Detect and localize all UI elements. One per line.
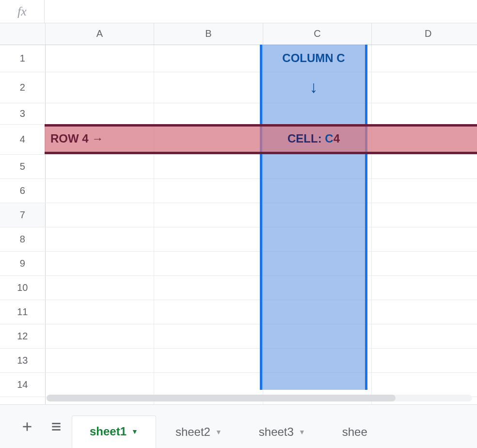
cell-b1[interactable] [154,45,263,72]
all-sheets-button[interactable] [43,413,70,440]
sheet-tab-bar: sheet1 ▼ sheet2 ▼ sheet3 ▼ shee [0,404,477,448]
cell-d14[interactable] [372,372,477,397]
cell-a12[interactable] [45,324,154,348]
cell-d9[interactable] [372,251,477,275]
row-header-14[interactable]: 14 [0,372,45,397]
horizontal-scrollbar-thumb[interactable] [47,395,396,401]
cell-c2[interactable] [263,72,372,103]
row-header-8[interactable]: 8 [0,227,45,251]
cell-d4[interactable] [372,124,477,154]
cell-d12[interactable] [372,324,477,348]
horizontal-scrollbar[interactable] [47,395,472,401]
row-header-12[interactable]: 12 [0,324,45,348]
cell-c7[interactable] [263,203,372,227]
cell-a8[interactable] [45,227,154,251]
cell-b10[interactable] [154,275,263,300]
cell-a13[interactable] [45,348,154,372]
sheet-tab-label: sheet2 [175,425,210,439]
add-sheet-button[interactable] [14,413,41,440]
cell-b2[interactable] [154,72,263,103]
sheet-tab-label: shee [342,425,367,439]
cell-d13[interactable] [372,348,477,372]
caret-down-icon[interactable]: ▼ [299,428,305,436]
cell-a2[interactable] [45,72,154,103]
cell-b14[interactable] [154,372,263,397]
cell-c1[interactable] [263,45,372,72]
cell-b8[interactable] [154,227,263,251]
row-header-5[interactable]: 5 [0,154,45,178]
cell-d10[interactable] [372,275,477,300]
caret-down-icon[interactable]: ▼ [131,428,138,435]
row-header-15[interactable] [0,397,45,404]
cell-c12[interactable] [263,324,372,348]
cell-a7[interactable] [45,203,154,227]
sheet-tab-2[interactable]: sheet2 ▼ [158,416,239,448]
row-header-11[interactable]: 11 [0,300,45,324]
cell-b4[interactable] [154,124,263,154]
row-header-7[interactable]: 7 [0,203,45,227]
sheet-tab-4[interactable]: shee [325,416,367,448]
sheet-tab-label: sheet1 [90,425,127,438]
row-header-6[interactable]: 6 [0,178,45,203]
column-header-b[interactable]: B [154,23,263,45]
spreadsheet-grid[interactable]: A B C D 1 2 3 4 [0,23,477,404]
row-header-10[interactable]: 10 [0,275,45,300]
cell-b7[interactable] [154,203,263,227]
sheet-tab-label: sheet3 [259,425,294,439]
row-header-4[interactable]: 4 [0,124,45,154]
cell-d3[interactable] [372,103,477,124]
sheet-tab-1[interactable]: sheet1 ▼ [72,416,156,448]
column-header-c[interactable]: C [263,23,372,45]
cell-d2[interactable] [372,72,477,103]
sheet-tab-3[interactable]: sheet3 ▼ [241,416,323,448]
cell-c11[interactable] [263,300,372,324]
cell-d5[interactable] [372,154,477,178]
cell-d6[interactable] [372,178,477,203]
fx-icon: fx [0,0,45,23]
cell-b5[interactable] [154,154,263,178]
cell-c8[interactable] [263,227,372,251]
column-header-d[interactable]: D [372,23,477,45]
cell-a9[interactable] [45,251,154,275]
cell-c9[interactable] [263,251,372,275]
cell-c6[interactable] [263,178,372,203]
row-header-1[interactable]: 1 [0,45,45,72]
select-all-corner[interactable] [0,23,45,45]
cell-b3[interactable] [154,103,263,124]
row-header-2[interactable]: 2 [0,72,45,103]
row-header-9[interactable]: 9 [0,251,45,275]
cell-d8[interactable] [372,227,477,251]
cell-b6[interactable] [154,178,263,203]
cell-a1[interactable] [45,45,154,72]
cell-b11[interactable] [154,300,263,324]
cell-a14[interactable] [45,372,154,397]
cell-a3[interactable] [45,103,154,124]
cell-c3[interactable] [263,103,372,124]
formula-input[interactable] [45,0,477,23]
formula-bar: fx [0,0,477,23]
cell-b9[interactable] [154,251,263,275]
row-header-3[interactable]: 3 [0,103,45,124]
cell-c13[interactable] [263,348,372,372]
column-header-a[interactable]: A [45,23,154,45]
cell-a4[interactable] [45,124,154,154]
cell-a11[interactable] [45,300,154,324]
cell-d1[interactable] [372,45,477,72]
cell-b12[interactable] [154,324,263,348]
cell-d11[interactable] [372,300,477,324]
cell-a5[interactable] [45,154,154,178]
cell-c14[interactable] [263,372,372,397]
cell-c10[interactable] [263,275,372,300]
cell-a6[interactable] [45,178,154,203]
cell-b13[interactable] [154,348,263,372]
plus-icon [21,420,33,433]
caret-down-icon[interactable]: ▼ [215,428,222,436]
cell-a10[interactable] [45,275,154,300]
grid-area: A B C D 1 2 3 4 [0,23,477,404]
row-header-13[interactable]: 13 [0,348,45,372]
cell-c5[interactable] [263,154,372,178]
cell-c4[interactable] [263,124,372,154]
menu-icon [50,420,63,433]
cell-d7[interactable] [372,203,477,227]
